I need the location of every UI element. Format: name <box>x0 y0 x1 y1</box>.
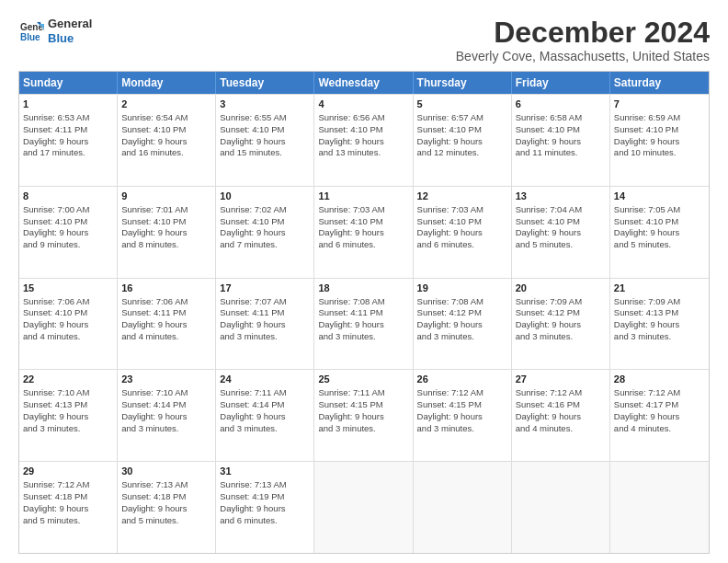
weekday-header-thursday: Thursday <box>414 72 512 94</box>
day-number: 29 <box>23 465 113 478</box>
day-number: 1 <box>23 98 113 111</box>
cell-info: Sunrise: 7:12 AMSunset: 4:18 PMDaylight:… <box>23 479 89 524</box>
cell-info: Sunrise: 7:09 AMSunset: 4:12 PMDaylight:… <box>516 296 582 341</box>
cell-info: Sunrise: 6:57 AMSunset: 4:10 PMDaylight:… <box>417 112 483 157</box>
day-number: 5 <box>417 98 507 111</box>
calendar-cell: 2Sunrise: 6:54 AMSunset: 4:10 PMDaylight… <box>118 95 216 186</box>
cell-info: Sunrise: 7:13 AMSunset: 4:18 PMDaylight:… <box>121 479 188 524</box>
calendar-cell: 9Sunrise: 7:01 AMSunset: 4:10 PMDaylight… <box>118 187 216 278</box>
cell-info: Sunrise: 7:06 AMSunset: 4:11 PMDaylight:… <box>121 296 188 341</box>
calendar: SundayMondayTuesdayWednesdayThursdayFrid… <box>18 71 710 554</box>
calendar-cell: 19Sunrise: 7:08 AMSunset: 4:12 PMDayligh… <box>414 279 512 370</box>
cell-info: Sunrise: 7:01 AMSunset: 4:10 PMDaylight:… <box>121 204 188 249</box>
day-number: 14 <box>614 190 705 203</box>
cell-info: Sunrise: 7:06 AMSunset: 4:10 PMDaylight:… <box>23 296 89 341</box>
day-number: 28 <box>614 373 705 386</box>
calendar-cell: 28Sunrise: 7:12 AMSunset: 4:17 PMDayligh… <box>610 370 709 461</box>
cell-info: Sunrise: 6:58 AMSunset: 4:10 PMDaylight:… <box>516 112 582 157</box>
calendar-cell: 5Sunrise: 6:57 AMSunset: 4:10 PMDaylight… <box>414 95 512 186</box>
calendar-row-5: 29Sunrise: 7:12 AMSunset: 4:18 PMDayligh… <box>19 461 709 553</box>
day-number: 20 <box>516 282 606 295</box>
calendar-cell: 17Sunrise: 7:07 AMSunset: 4:11 PMDayligh… <box>216 279 314 370</box>
cell-info: Sunrise: 7:08 AMSunset: 4:11 PMDaylight:… <box>318 296 384 341</box>
subtitle: Beverly Cove, Massachusetts, United Stat… <box>456 49 710 63</box>
calendar-cell: 11Sunrise: 7:03 AMSunset: 4:10 PMDayligh… <box>314 187 413 278</box>
calendar-cell: 3Sunrise: 6:55 AMSunset: 4:10 PMDaylight… <box>216 95 314 186</box>
cell-info: Sunrise: 6:54 AMSunset: 4:10 PMDaylight:… <box>121 112 188 157</box>
weekday-header-monday: Monday <box>118 72 216 94</box>
day-number: 8 <box>23 190 113 203</box>
day-number: 10 <box>220 190 310 203</box>
day-number: 25 <box>318 373 408 386</box>
logo-text-blue: Blue <box>48 31 92 46</box>
page: General Blue General Blue December 2024 … <box>0 0 728 563</box>
day-number: 12 <box>417 190 507 203</box>
cell-info: Sunrise: 7:12 AMSunset: 4:16 PMDaylight:… <box>516 387 582 432</box>
calendar-cell: 29Sunrise: 7:12 AMSunset: 4:18 PMDayligh… <box>19 462 118 553</box>
cell-info: Sunrise: 7:10 AMSunset: 4:13 PMDaylight:… <box>23 387 89 432</box>
calendar-cell: 25Sunrise: 7:11 AMSunset: 4:15 PMDayligh… <box>314 370 413 461</box>
cell-info: Sunrise: 7:10 AMSunset: 4:14 PMDaylight:… <box>121 387 188 432</box>
calendar-cell <box>414 462 512 553</box>
day-number: 24 <box>220 373 310 386</box>
day-number: 21 <box>614 282 705 295</box>
cell-info: Sunrise: 6:53 AMSunset: 4:11 PMDaylight:… <box>23 112 89 157</box>
cell-info: Sunrise: 6:55 AMSunset: 4:10 PMDaylight:… <box>220 112 286 157</box>
calendar-cell: 26Sunrise: 7:12 AMSunset: 4:15 PMDayligh… <box>414 370 512 461</box>
day-number: 3 <box>220 98 310 111</box>
calendar-cell: 15Sunrise: 7:06 AMSunset: 4:10 PMDayligh… <box>19 279 118 370</box>
calendar-row-2: 8Sunrise: 7:00 AMSunset: 4:10 PMDaylight… <box>19 186 709 278</box>
logo: General Blue General Blue <box>18 17 92 45</box>
calendar-cell <box>610 462 709 553</box>
calendar-header: SundayMondayTuesdayWednesdayThursdayFrid… <box>19 72 709 94</box>
cell-info: Sunrise: 7:13 AMSunset: 4:19 PMDaylight:… <box>220 479 286 524</box>
day-number: 17 <box>220 282 310 295</box>
calendar-row-3: 15Sunrise: 7:06 AMSunset: 4:10 PMDayligh… <box>19 278 709 370</box>
calendar-cell: 8Sunrise: 7:00 AMSunset: 4:10 PMDaylight… <box>19 187 118 278</box>
calendar-cell: 14Sunrise: 7:05 AMSunset: 4:10 PMDayligh… <box>610 187 709 278</box>
calendar-cell: 10Sunrise: 7:02 AMSunset: 4:10 PMDayligh… <box>216 187 314 278</box>
cell-info: Sunrise: 7:00 AMSunset: 4:10 PMDaylight:… <box>23 204 89 249</box>
cell-info: Sunrise: 6:59 AMSunset: 4:10 PMDaylight:… <box>614 112 680 157</box>
cell-info: Sunrise: 7:04 AMSunset: 4:10 PMDaylight:… <box>516 204 582 249</box>
day-number: 6 <box>516 98 606 111</box>
day-number: 27 <box>516 373 606 386</box>
cell-info: Sunrise: 7:11 AMSunset: 4:14 PMDaylight:… <box>220 387 286 432</box>
calendar-cell: 13Sunrise: 7:04 AMSunset: 4:10 PMDayligh… <box>512 187 610 278</box>
cell-info: Sunrise: 7:12 AMSunset: 4:17 PMDaylight:… <box>614 387 680 432</box>
weekday-header-wednesday: Wednesday <box>314 72 413 94</box>
calendar-body: 1Sunrise: 6:53 AMSunset: 4:11 PMDaylight… <box>19 94 709 553</box>
day-number: 7 <box>614 98 705 111</box>
day-number: 30 <box>121 465 211 478</box>
calendar-cell: 23Sunrise: 7:10 AMSunset: 4:14 PMDayligh… <box>118 370 216 461</box>
calendar-row-1: 1Sunrise: 6:53 AMSunset: 4:11 PMDaylight… <box>19 94 709 186</box>
calendar-cell: 12Sunrise: 7:03 AMSunset: 4:10 PMDayligh… <box>414 187 512 278</box>
day-number: 26 <box>417 373 507 386</box>
day-number: 9 <box>121 190 211 203</box>
cell-info: Sunrise: 6:56 AMSunset: 4:10 PMDaylight:… <box>318 112 384 157</box>
calendar-cell: 30Sunrise: 7:13 AMSunset: 4:18 PMDayligh… <box>118 462 216 553</box>
calendar-cell: 4Sunrise: 6:56 AMSunset: 4:10 PMDaylight… <box>314 95 413 186</box>
weekday-header-saturday: Saturday <box>610 72 709 94</box>
cell-info: Sunrise: 7:08 AMSunset: 4:12 PMDaylight:… <box>417 296 483 341</box>
calendar-cell <box>512 462 610 553</box>
weekday-header-sunday: Sunday <box>19 72 118 94</box>
cell-info: Sunrise: 7:07 AMSunset: 4:11 PMDaylight:… <box>220 296 286 341</box>
cell-info: Sunrise: 7:02 AMSunset: 4:10 PMDaylight:… <box>220 204 286 249</box>
day-number: 15 <box>23 282 113 295</box>
day-number: 13 <box>516 190 606 203</box>
calendar-cell: 1Sunrise: 6:53 AMSunset: 4:11 PMDaylight… <box>19 95 118 186</box>
day-number: 4 <box>318 98 408 111</box>
day-number: 2 <box>121 98 211 111</box>
calendar-row-4: 22Sunrise: 7:10 AMSunset: 4:13 PMDayligh… <box>19 369 709 461</box>
calendar-cell: 31Sunrise: 7:13 AMSunset: 4:19 PMDayligh… <box>216 462 314 553</box>
cell-info: Sunrise: 7:11 AMSunset: 4:15 PMDaylight:… <box>318 387 384 432</box>
calendar-cell: 6Sunrise: 6:58 AMSunset: 4:10 PMDaylight… <box>512 95 610 186</box>
logo-icon: General Blue <box>18 18 44 44</box>
header: General Blue General Blue December 2024 … <box>18 17 710 63</box>
calendar-cell: 24Sunrise: 7:11 AMSunset: 4:14 PMDayligh… <box>216 370 314 461</box>
weekday-header-friday: Friday <box>512 72 610 94</box>
calendar-cell: 21Sunrise: 7:09 AMSunset: 4:13 PMDayligh… <box>610 279 709 370</box>
cell-info: Sunrise: 7:03 AMSunset: 4:10 PMDaylight:… <box>417 204 483 249</box>
svg-text:Blue: Blue <box>20 32 40 42</box>
